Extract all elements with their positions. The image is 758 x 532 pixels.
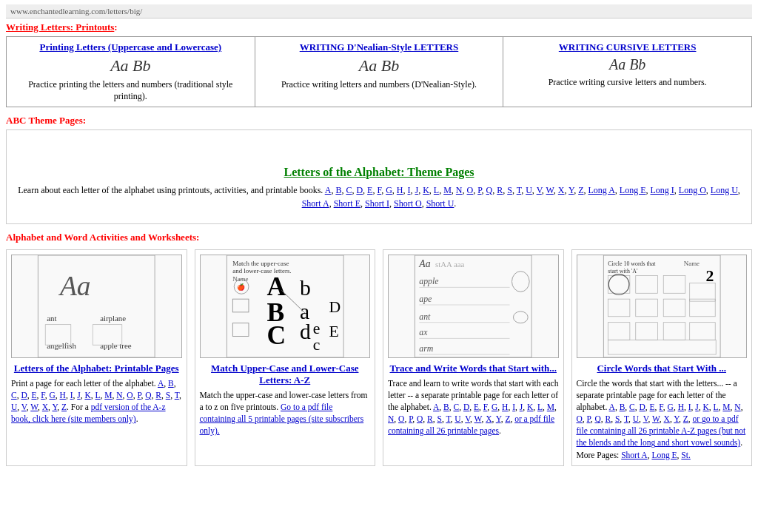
abc-letter-H[interactable]: H — [397, 185, 403, 195]
abc-letter-P[interactable]: P — [477, 185, 481, 195]
act1-n[interactable]: N — [116, 391, 122, 400]
act1-c[interactable]: C — [11, 391, 17, 400]
act1-g[interactable]: G — [50, 391, 56, 400]
act3-b[interactable]: B — [443, 403, 449, 411]
act3-x[interactable]: X — [486, 414, 492, 423]
act4-t[interactable]: T — [624, 414, 628, 423]
act3-n[interactable]: N — [388, 414, 394, 423]
abc-letter-Q[interactable]: Q — [486, 185, 493, 195]
act1-i[interactable]: I — [70, 391, 73, 400]
act4-short-a[interactable]: Short A — [621, 451, 647, 459]
act3-l[interactable]: L — [537, 403, 543, 411]
act4-s[interactable]: S — [615, 414, 620, 423]
abc-letter-N[interactable]: N — [456, 185, 463, 195]
abc-letter-R[interactable]: R — [497, 185, 503, 195]
act4-x[interactable]: X — [664, 414, 670, 423]
act3-k[interactable]: K — [527, 403, 533, 411]
act1-m[interactable]: M — [104, 391, 112, 400]
act4-o[interactable]: O — [577, 414, 583, 423]
act4-h[interactable]: H — [678, 403, 684, 411]
act1-u[interactable]: U — [11, 403, 17, 411]
abc-letter-O[interactable]: O — [467, 185, 474, 195]
abc-long-i[interactable]: Long I — [651, 185, 674, 195]
act1-a[interactable]: A — [158, 379, 164, 388]
act4-k[interactable]: K — [703, 403, 709, 411]
abc-long-u[interactable]: Long U — [711, 185, 738, 195]
abc-letter-G[interactable]: G — [386, 185, 392, 195]
act3-c[interactable]: C — [454, 403, 460, 411]
act3-z[interactable]: Z — [505, 414, 510, 423]
writing-header-link[interactable]: Writing Letters: Printouts — [6, 21, 114, 33]
abc-short-o[interactable]: Short O — [394, 198, 422, 209]
abc-letter-B[interactable]: B — [335, 185, 341, 195]
act1-z[interactable]: Z — [61, 403, 67, 411]
act4-pdf[interactable]: or go to a pdf file containing all 26 pr… — [577, 414, 746, 447]
act1-b[interactable]: B — [168, 379, 174, 388]
abc-long-a[interactable]: Long A — [588, 185, 615, 195]
writing-col-3-title[interactable]: WRITING CURSIVE LETTERS — [511, 41, 744, 53]
act4-l[interactable]: L — [714, 403, 719, 411]
act4-n[interactable]: N — [734, 403, 740, 411]
abc-letter-A[interactable]: A — [325, 185, 332, 195]
act1-p[interactable]: P — [137, 391, 141, 400]
abc-letter-M[interactable]: M — [443, 185, 452, 195]
abc-long-o[interactable]: Long O — [679, 185, 706, 195]
act1-y[interactable]: Y — [52, 403, 57, 411]
act3-m[interactable]: M — [547, 403, 554, 411]
abc-letter-D[interactable]: D — [356, 185, 363, 195]
act4-v[interactable]: V — [643, 414, 648, 423]
abc-letter-F[interactable]: F — [377, 185, 381, 195]
act4-m[interactable]: M — [722, 403, 730, 411]
act3-w[interactable]: W — [474, 414, 482, 423]
act1-e[interactable]: E — [31, 391, 36, 400]
act3-r[interactable]: R — [427, 414, 433, 423]
act4-w[interactable]: W — [652, 414, 660, 423]
act4-q[interactable]: Q — [594, 414, 600, 423]
abc-letter-E[interactable]: E — [367, 185, 372, 195]
act1-h[interactable]: H — [60, 391, 66, 400]
card-1-title-link[interactable]: Letters of the Alphabet: Printable Pages — [14, 363, 179, 374]
abc-letter-W[interactable]: W — [546, 185, 554, 195]
act3-s[interactable]: S — [437, 414, 441, 423]
act4-y[interactable]: Y — [674, 414, 679, 423]
act4-d[interactable]: D — [639, 403, 645, 411]
abc-letter-L[interactable]: L — [434, 185, 439, 195]
act4-long-e[interactable]: Long E — [651, 451, 677, 459]
abc-letter-Y[interactable]: Y — [568, 185, 574, 195]
act4-z[interactable]: Z — [683, 414, 688, 423]
abc-letter-U[interactable]: U — [526, 185, 532, 195]
act3-j[interactable]: J — [520, 403, 523, 411]
act1-s[interactable]: S — [166, 391, 170, 400]
act4-r[interactable]: R — [606, 414, 611, 423]
act3-p[interactable]: P — [409, 414, 412, 423]
act1-w[interactable]: W — [30, 403, 38, 411]
act4-e[interactable]: E — [650, 403, 655, 411]
act4-st[interactable]: St. — [681, 451, 690, 459]
act3-h[interactable]: H — [502, 403, 508, 411]
abc-long-e[interactable]: Long E — [620, 185, 646, 195]
act1-f[interactable]: F — [41, 391, 44, 400]
act3-g[interactable]: G — [492, 403, 497, 411]
act3-v[interactable]: V — [465, 414, 470, 423]
abc-letter-S[interactable]: S — [507, 185, 512, 195]
act1-o[interactable]: O — [127, 391, 133, 400]
writing-col-2-title[interactable]: WRITING D'Nealian-Style LETTERS — [263, 41, 496, 53]
act4-b[interactable]: B — [620, 403, 625, 411]
card-2-title-link[interactable]: Match Upper-Case and Lower-Case Letters:… — [211, 363, 358, 385]
act1-l[interactable]: L — [95, 391, 101, 400]
act3-u[interactable]: U — [455, 414, 460, 423]
abc-letter-K[interactable]: K — [423, 185, 429, 195]
act4-g[interactable]: G — [668, 403, 674, 411]
act3-y[interactable]: Y — [496, 414, 501, 423]
act1-j[interactable]: J — [77, 391, 80, 400]
act3-pdf[interactable]: or a pdf file containing all 26 printabl… — [388, 414, 554, 435]
abc-letter-T[interactable]: T — [517, 185, 521, 195]
abc-letter-V[interactable]: V — [537, 185, 542, 195]
abc-short-u[interactable]: Short U — [426, 198, 455, 209]
abc-letter-J[interactable]: J — [415, 185, 419, 195]
abc-short-i[interactable]: Short I — [365, 198, 389, 209]
act3-d[interactable]: D — [463, 403, 469, 411]
act4-f[interactable]: F — [659, 403, 663, 411]
act3-q[interactable]: Q — [417, 414, 423, 423]
act3-a[interactable]: A — [433, 403, 439, 411]
